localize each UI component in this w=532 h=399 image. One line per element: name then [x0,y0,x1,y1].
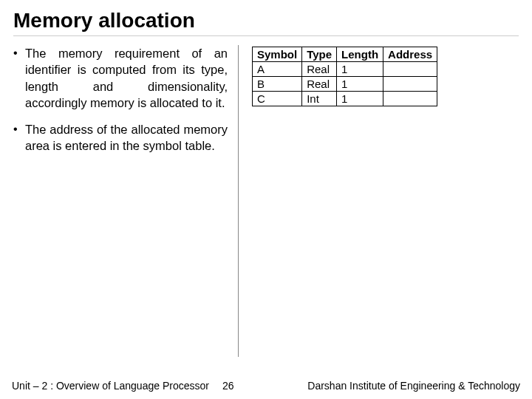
cell: 1 [337,62,383,77]
cell: C [253,92,302,106]
footer: Unit – 2 : Overview of Language Processo… [0,380,532,392]
cell: 1 [337,77,383,92]
bullet-text: The memory requirement of an identifier … [25,45,228,111]
footer-unit: Unit – 2 : Overview of Language Processo… [12,380,209,392]
col-type: Type [302,47,337,62]
table-header-row: Symbol Type Length Address [253,47,437,62]
bullet-icon: • [13,45,25,111]
cell: Real [302,77,337,92]
footer-institute: Darshan Institute of Engineering & Techn… [307,380,520,392]
col-length: Length [337,47,383,62]
table-row: B Real 1 [253,77,437,92]
cell [383,92,437,106]
cell: Int [302,92,337,106]
cell: B [253,77,302,92]
cell: 1 [337,92,383,106]
list-item: • The memory requirement of an identifie… [13,45,228,111]
bullet-icon: • [13,121,25,154]
list-item: • The address of the allocated memory ar… [13,121,228,154]
bullet-list: • The memory requirement of an identifie… [13,45,239,357]
cell: Real [302,62,337,77]
slide: Memory allocation • The memory requireme… [0,0,532,399]
col-symbol: Symbol [253,47,302,62]
cell [383,77,437,92]
col-address: Address [383,47,437,62]
bullet-text: The address of the allocated memory area… [25,121,228,154]
table-row: A Real 1 [253,62,437,77]
footer-page-number: 26 [222,380,234,392]
table-container: Symbol Type Length Address A Real 1 B Re… [252,45,519,357]
content-area: • The memory requirement of an identifie… [13,45,519,357]
table-row: C Int 1 [253,92,437,106]
page-title: Memory allocation [13,9,519,36]
cell [383,62,437,77]
symbol-table: Symbol Type Length Address A Real 1 B Re… [252,47,437,106]
cell: A [253,62,302,77]
